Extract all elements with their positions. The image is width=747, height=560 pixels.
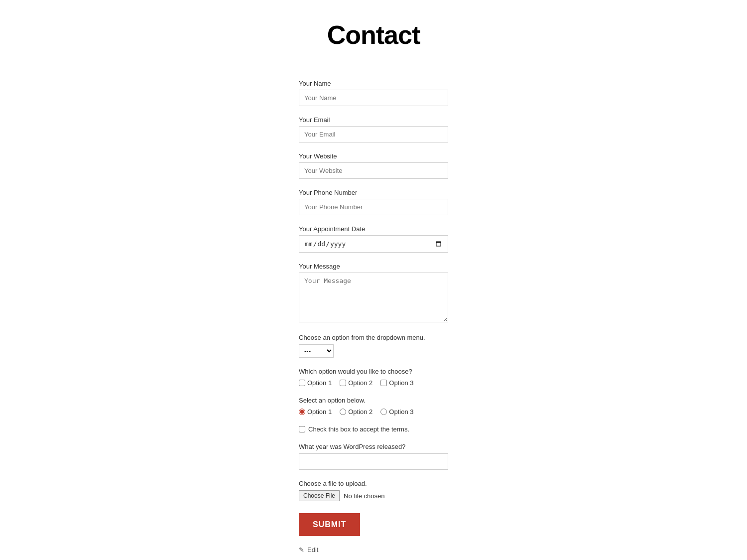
appointment-date-label: Your Appointment Date — [299, 225, 448, 233]
terms-checkbox-input[interactable] — [299, 426, 305, 432]
radio-group-label: Select an option below. — [299, 397, 448, 404]
radio-option-1-label: Option 1 — [307, 408, 332, 416]
edit-link[interactable]: Edit — [307, 546, 318, 554]
no-file-text: No file chosen — [344, 492, 384, 500]
appointment-date-field-group: Your Appointment Date — [299, 225, 448, 253]
checkbox-option-3[interactable]: Option 3 — [380, 379, 413, 387]
email-input[interactable] — [299, 126, 448, 142]
phone-field-group: Your Phone Number — [299, 189, 448, 215]
dropdown-section: Choose an option from the dropdown menu.… — [299, 334, 448, 358]
website-field-group: Your Website — [299, 152, 448, 179]
checkbox-option-2-label: Option 2 — [348, 379, 373, 387]
radio-input-1[interactable] — [299, 409, 305, 415]
radio-option-1[interactable]: Option 1 — [299, 408, 332, 416]
website-input[interactable] — [299, 162, 448, 179]
radio-group-section: Select an option below. Option 1 Option … — [299, 397, 448, 416]
checkbox-input-2[interactable] — [340, 380, 346, 386]
phone-input[interactable] — [299, 199, 448, 215]
message-label: Your Message — [299, 263, 448, 270]
email-label: Your Email — [299, 116, 448, 124]
name-input[interactable] — [299, 90, 448, 106]
phone-label: Your Phone Number — [299, 189, 448, 196]
file-upload-label: Choose a file to upload. — [299, 480, 448, 487]
file-upload-section: Choose a file to upload. Choose File No … — [299, 480, 448, 501]
radio-option-3[interactable]: Option 3 — [380, 408, 413, 416]
choose-file-button-label: Choose File — [303, 492, 335, 499]
file-upload-row: Choose File No file chosen — [299, 490, 448, 501]
checkbox-group-label: Which option would you like to choose? — [299, 368, 448, 375]
message-textarea[interactable] — [299, 273, 448, 322]
wordpress-year-input[interactable] — [299, 453, 448, 470]
checkbox-options: Option 1 Option 2 Option 3 — [299, 379, 448, 387]
terms-checkbox-section: Check this box to accept the terms. — [299, 425, 448, 433]
choose-file-button[interactable]: Choose File — [299, 490, 340, 501]
radio-options: Option 1 Option 2 Option 3 — [299, 408, 448, 416]
name-label: Your Name — [299, 80, 448, 87]
checkbox-group-section: Which option would you like to choose? O… — [299, 368, 448, 387]
edit-link-row: ✎ Edit — [299, 546, 448, 554]
terms-checkbox-label[interactable]: Check this box to accept the terms. — [299, 425, 448, 433]
checkbox-option-1[interactable]: Option 1 — [299, 379, 332, 387]
checkbox-input-3[interactable] — [380, 380, 387, 386]
message-field-group: Your Message — [299, 263, 448, 324]
name-field-group: Your Name — [299, 80, 448, 106]
edit-icon: ✎ — [299, 546, 304, 554]
radio-option-2-label: Option 2 — [348, 408, 373, 416]
appointment-date-input[interactable] — [299, 235, 448, 253]
radio-input-3[interactable] — [380, 409, 387, 415]
wordpress-year-section: What year was WordPress released? — [299, 443, 448, 470]
submit-button[interactable]: SUBMIT — [299, 513, 360, 536]
radio-option-2[interactable]: Option 2 — [340, 408, 373, 416]
terms-checkbox-text: Check this box to accept the terms. — [308, 425, 409, 433]
email-field-group: Your Email — [299, 116, 448, 142]
checkbox-option-2[interactable]: Option 2 — [340, 379, 373, 387]
checkbox-input-1[interactable] — [299, 380, 305, 386]
checkbox-option-3-label: Option 3 — [389, 379, 413, 387]
dropdown-select[interactable]: --- Option 1 Option 2 Option 3 — [299, 344, 334, 358]
radio-option-3-label: Option 3 — [389, 408, 413, 416]
page-title: Contact — [10, 20, 737, 50]
wordpress-year-label: What year was WordPress released? — [299, 443, 448, 450]
submit-section: SUBMIT — [299, 513, 448, 536]
checkbox-option-1-label: Option 1 — [307, 379, 332, 387]
website-label: Your Website — [299, 152, 448, 160]
submit-button-label: SUBMIT — [313, 520, 346, 529]
dropdown-label: Choose an option from the dropdown menu. — [299, 334, 448, 341]
radio-input-2[interactable] — [340, 409, 346, 415]
